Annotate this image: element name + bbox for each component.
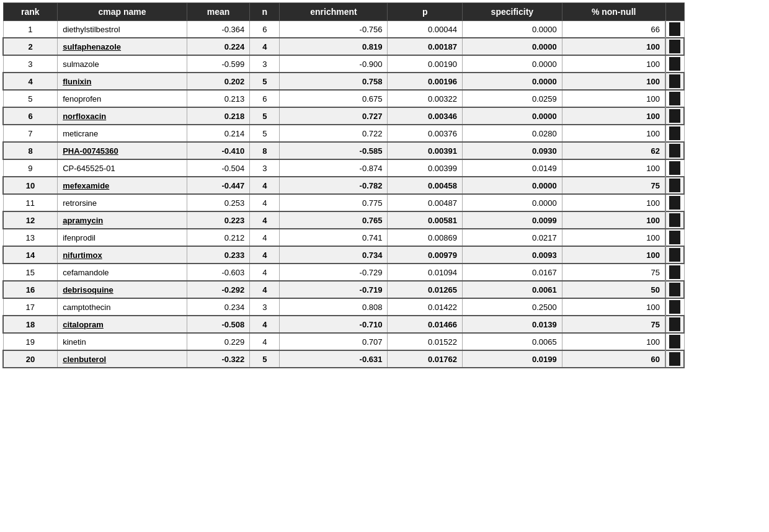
cell-name[interactable]: apramycin <box>58 211 187 229</box>
cell-rank: 17 <box>3 298 58 316</box>
cell-mean: 0.223 <box>187 211 249 229</box>
color-indicator <box>669 144 680 157</box>
cell-p: 0.00196 <box>388 73 462 90</box>
color-indicator <box>669 317 680 331</box>
table-row: 2sulfaphenazole0.22440.8190.001870.00001… <box>3 38 684 55</box>
cell-n: 4 <box>250 177 280 194</box>
cell-name[interactable]: kinetin <box>58 333 187 350</box>
header-enrichment: enrichment <box>280 3 388 21</box>
cell-specificity: 0.0000 <box>462 38 562 55</box>
cell-name[interactable]: diethylstilbestrol <box>58 21 187 38</box>
cell-name[interactable]: PHA-00745360 <box>58 142 187 159</box>
cell-color-block <box>665 211 684 229</box>
cell-p: 0.00376 <box>388 125 462 142</box>
cell-name[interactable]: clenbuterol <box>58 350 187 368</box>
cell-specificity: 0.0259 <box>462 90 562 107</box>
cell-p: 0.00322 <box>388 90 462 107</box>
cell-rank: 10 <box>3 177 58 194</box>
cell-name[interactable]: ifenprodil <box>58 229 187 246</box>
cell-name[interactable]: flunixin <box>58 73 187 90</box>
cell-rank: 9 <box>3 159 58 177</box>
cell-n: 5 <box>250 107 280 125</box>
cell-color-block <box>665 246 684 264</box>
table-row: 12apramycin0.22340.7650.005810.0099100 <box>3 211 684 229</box>
cell-color-block <box>665 38 684 55</box>
cell-p: 0.01422 <box>388 298 462 316</box>
cell-name[interactable]: sulmazole <box>58 55 187 73</box>
cell-mean: -0.603 <box>187 264 249 281</box>
cell-name[interactable]: sulfaphenazole <box>58 38 187 55</box>
cell-nonnull: 100 <box>562 73 665 90</box>
cell-name[interactable]: cefamandole <box>58 264 187 281</box>
cell-n: 4 <box>250 229 280 246</box>
table-header-row: rank cmap name mean n enrichment p speci… <box>3 3 684 21</box>
cell-n: 4 <box>250 211 280 229</box>
cell-rank: 12 <box>3 211 58 229</box>
cell-name[interactable]: debrisoquine <box>58 281 187 298</box>
cell-specificity: 0.0093 <box>462 246 562 264</box>
cell-mean: 0.218 <box>187 107 249 125</box>
cell-specificity: 0.0280 <box>462 125 562 142</box>
cell-rank: 2 <box>3 38 58 55</box>
cell-p: 0.00190 <box>388 55 462 73</box>
cell-nonnull: 100 <box>562 211 665 229</box>
cell-color-block <box>665 159 684 177</box>
cell-nonnull: 100 <box>562 229 665 246</box>
cell-color-block <box>665 107 684 125</box>
table-row: 20clenbuterol-0.3225-0.6310.017620.01996… <box>3 350 684 368</box>
header-specificity: specificity <box>462 3 562 21</box>
color-indicator <box>669 74 680 88</box>
cell-mean: -0.322 <box>187 350 249 368</box>
cell-nonnull: 75 <box>562 264 665 281</box>
cell-mean: -0.410 <box>187 142 249 159</box>
cell-specificity: 0.0930 <box>462 142 562 159</box>
cell-mean: 0.224 <box>187 38 249 55</box>
color-indicator <box>669 248 680 262</box>
cell-n: 3 <box>250 55 280 73</box>
cell-n: 5 <box>250 73 280 90</box>
table-row: 18citalopram-0.5084-0.7100.014660.013975 <box>3 316 684 333</box>
cell-name[interactable]: retrorsine <box>58 194 187 211</box>
header-color <box>665 3 684 21</box>
cell-name[interactable]: nifurtimox <box>58 246 187 264</box>
cell-name[interactable]: CP-645525-01 <box>58 159 187 177</box>
color-indicator <box>669 231 680 244</box>
cell-name[interactable]: fenoprofen <box>58 90 187 107</box>
cell-n: 6 <box>250 90 280 107</box>
cell-n: 4 <box>250 333 280 350</box>
table-row: 8PHA-00745360-0.4108-0.5850.003910.09306… <box>3 142 684 159</box>
cell-color-block <box>665 21 684 38</box>
cell-nonnull: 100 <box>562 125 665 142</box>
table-row: 17camptothecin0.23430.8080.014220.250010… <box>3 298 684 316</box>
cell-mean: 0.212 <box>187 229 249 246</box>
cell-color-block <box>665 142 684 159</box>
cell-specificity: 0.0139 <box>462 316 562 333</box>
cell-name[interactable]: mefexamide <box>58 177 187 194</box>
color-indicator <box>669 126 680 140</box>
cell-specificity: 0.0199 <box>462 350 562 368</box>
cell-enrichment: 0.808 <box>280 298 388 316</box>
cell-color-block <box>665 350 684 368</box>
cell-enrichment: -0.874 <box>280 159 388 177</box>
cell-rank: 4 <box>3 73 58 90</box>
cell-nonnull: 100 <box>562 90 665 107</box>
cell-enrichment: -0.756 <box>280 21 388 38</box>
cell-mean: -0.599 <box>187 55 249 73</box>
cell-specificity: 0.0000 <box>462 55 562 73</box>
cell-p: 0.01522 <box>388 333 462 350</box>
header-n: n <box>250 3 280 21</box>
cell-name[interactable]: meticrane <box>58 125 187 142</box>
cell-name[interactable]: camptothecin <box>58 298 187 316</box>
cell-color-block <box>665 316 684 333</box>
color-indicator <box>669 300 680 314</box>
cell-name[interactable]: citalopram <box>58 316 187 333</box>
cell-n: 4 <box>250 246 280 264</box>
cell-enrichment: 0.741 <box>280 229 388 246</box>
cell-n: 4 <box>250 194 280 211</box>
cell-p: 0.00869 <box>388 229 462 246</box>
color-indicator <box>669 22 680 36</box>
cell-rank: 13 <box>3 229 58 246</box>
cell-color-block <box>665 194 684 211</box>
cell-mean: -0.447 <box>187 177 249 194</box>
cell-name[interactable]: norfloxacin <box>58 107 187 125</box>
